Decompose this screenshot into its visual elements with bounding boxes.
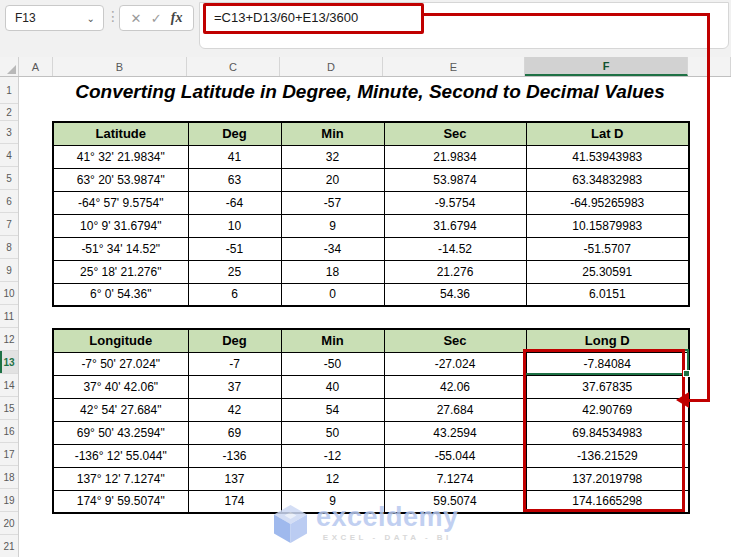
cell-C19[interactable]: 174 [188,490,281,513]
cell-B3[interactable]: Latitude [53,122,188,145]
cell-D14[interactable]: 40 [281,375,384,398]
row-header-15[interactable]: 15 [0,397,18,420]
column-header-F[interactable]: F [525,57,688,76]
row-header-11[interactable]: 11 [0,305,18,328]
cell-C3[interactable]: Deg [188,122,281,145]
cell-D12[interactable]: Min [281,329,384,352]
cell-F14[interactable]: 37.67835 [526,375,689,398]
cell-B16[interactable]: 69° 50' 43.2594" [53,421,188,444]
cell-C8[interactable]: -51 [188,237,281,260]
cell-F16[interactable]: 69.84534983 [526,421,689,444]
cell-E18[interactable]: 7.1274 [384,467,526,490]
column-header-E[interactable]: E [383,57,525,76]
cell-F8[interactable]: -51.5707 [526,237,689,260]
row-header-16[interactable]: 16 [0,420,18,443]
cell-F17[interactable]: -136.21529 [526,444,689,467]
cell-B15[interactable]: 42° 54' 27.684" [53,398,188,421]
cell-C17[interactable]: -136 [188,444,281,467]
cell-E16[interactable]: 43.2594 [384,421,526,444]
cell-F7[interactable]: 10.15879983 [526,214,689,237]
cell-C14[interactable]: 37 [188,375,281,398]
cell-B7[interactable]: 10° 9' 31.6794" [53,214,188,237]
cell-D13[interactable]: -50 [281,352,384,375]
cell-C15[interactable]: 42 [188,398,281,421]
column-header-C[interactable]: C [187,57,280,76]
cell-F12[interactable]: Long D [526,329,689,352]
column-header-D[interactable]: D [280,57,383,76]
row-header-5[interactable]: 5 [0,167,18,190]
name-box[interactable]: F13 ⌄ [5,5,104,31]
select-all-corner[interactable] [0,57,19,76]
cell-C12[interactable]: Deg [188,329,281,352]
cell-D8[interactable]: -34 [281,237,384,260]
cell-F10[interactable]: 6.0151 [526,283,689,306]
cell-B8[interactable]: -51° 34' 14.52" [53,237,188,260]
cell-D4[interactable]: 32 [281,145,384,168]
cell-D7[interactable]: 9 [281,214,384,237]
row-header-21[interactable]: 21 [0,535,18,557]
cell-B17[interactable]: -136° 12' 55.044" [53,444,188,467]
cell-B19[interactable]: 174° 9' 59.5074" [53,490,188,513]
cell-E10[interactable]: 54.36 [384,283,526,306]
cell-D3[interactable]: Min [281,122,384,145]
column-header-B[interactable]: B [53,57,187,76]
row-header-3[interactable]: 3 [0,121,18,144]
cell-E12[interactable]: Sec [384,329,526,352]
row-header-19[interactable]: 19 [0,489,18,512]
cell-F3[interactable]: Lat D [526,122,689,145]
row-header-9[interactable]: 9 [0,259,18,282]
cell-E7[interactable]: 31.6794 [384,214,526,237]
cell-B4[interactable]: 41° 32' 21.9834" [53,145,188,168]
cell-B13[interactable]: -7° 50' 27.024" [53,352,188,375]
cell-C4[interactable]: 41 [188,145,281,168]
cell-D17[interactable]: -12 [281,444,384,467]
cell-B12[interactable]: Longitude [53,329,188,352]
cell-D18[interactable]: 12 [281,467,384,490]
row-header-2[interactable]: 2 [0,104,18,121]
cell-D16[interactable]: 50 [281,421,384,444]
cell-E17[interactable]: -55.044 [384,444,526,467]
cell-E15[interactable]: 27.684 [384,398,526,421]
row-header-6[interactable]: 6 [0,190,18,213]
cell-F19[interactable]: 174.1665298 [526,490,689,513]
cell-E8[interactable]: -14.52 [384,237,526,260]
cell-E4[interactable]: 21.9834 [384,145,526,168]
cell-D10[interactable]: 0 [281,283,384,306]
row-header-14[interactable]: 14 [0,374,18,397]
fill-handle[interactable] [683,370,690,377]
row-header-7[interactable]: 7 [0,213,18,236]
cell-C16[interactable]: 69 [188,421,281,444]
cell-E14[interactable]: 42.06 [384,375,526,398]
cell-B14[interactable]: 37° 40' 42.06" [53,375,188,398]
chevron-down-icon[interactable]: ⌄ [87,13,103,24]
cell-F4[interactable]: 41.53943983 [526,145,689,168]
cell-D9[interactable]: 18 [281,260,384,283]
cell-E5[interactable]: 53.9874 [384,168,526,191]
cancel-icon[interactable]: ✕ [131,11,142,26]
cell-E6[interactable]: -9.5754 [384,191,526,214]
cell-B1-title[interactable]: Converting Latitude in Degree, Minute, S… [52,79,688,105]
cell-C18[interactable]: 137 [188,467,281,490]
cell-C10[interactable]: 6 [188,283,281,306]
cell-D5[interactable]: 20 [281,168,384,191]
row-header-18[interactable]: 18 [0,466,18,489]
enter-icon[interactable]: ✓ [151,11,162,26]
cell-F15[interactable]: 42.90769 [526,398,689,421]
cell-B10[interactable]: 6° 0' 54.36" [53,283,188,306]
cell-B6[interactable]: -64° 57' 9.5754" [53,191,188,214]
cell-B9[interactable]: 25° 18' 21.276" [53,260,188,283]
row-header-1[interactable]: 1 [0,77,18,104]
row-header-4[interactable]: 4 [0,144,18,167]
cell-E13[interactable]: -27.024 [384,352,526,375]
cell-D15[interactable]: 54 [281,398,384,421]
cell-E9[interactable]: 21.276 [384,260,526,283]
cell-F13[interactable]: -7.84084 [526,352,689,375]
insert-function-icon[interactable]: fx [171,10,183,26]
cell-C5[interactable]: 63 [188,168,281,191]
cell-F18[interactable]: 137.2019798 [526,467,689,490]
cell-B5[interactable]: 63° 20' 53.9874" [53,168,188,191]
row-header-10[interactable]: 10 [0,282,18,305]
cell-F6[interactable]: -64.95265983 [526,191,689,214]
cell-D6[interactable]: -57 [281,191,384,214]
cell-F5[interactable]: 63.34832983 [526,168,689,191]
